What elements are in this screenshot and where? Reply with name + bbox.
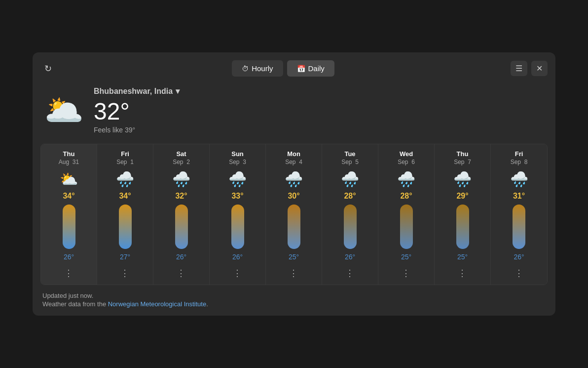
thermometer — [456, 204, 469, 249]
tab-hourly[interactable]: ⏱ Hourly — [232, 60, 283, 77]
day-name: Tue — [344, 150, 355, 158]
day-name: Thu — [457, 150, 469, 158]
temp-high: 30° — [288, 192, 299, 201]
temp-low: 26° — [345, 253, 355, 261]
more-button[interactable]: ⋮ — [64, 268, 74, 279]
more-button[interactable]: ⋮ — [514, 268, 524, 279]
thermometer — [119, 204, 132, 249]
tab-bar: ⏱ Hourly 📅 Daily — [232, 60, 334, 77]
header-left: ↻ — [40, 61, 56, 76]
day-date: Sep 2 — [173, 159, 190, 165]
thermometer — [175, 204, 188, 249]
location-info: Bhubaneshwar, India ▾ 32° Feels like 39° — [94, 86, 180, 134]
weather-icon: 🌧️ — [397, 170, 415, 188]
day-date: Aug 31 — [59, 159, 79, 165]
day-card-2: Sat Sep 2 🌧️ 32° 26° ⋮ — [153, 144, 210, 285]
day-date: Sep 4 — [285, 159, 302, 165]
current-temperature: 32° — [94, 98, 180, 125]
temp-high: 33° — [231, 192, 243, 201]
day-date: Sep 5 — [341, 159, 359, 165]
forecast-grid: Thu Aug 31 ⛅ 34° 26° ⋮ Fri Sep 1 🌧️ 34° … — [40, 144, 548, 285]
day-card-4: Mon Sep 4 🌧️ 30° 25° ⋮ — [266, 144, 322, 285]
day-card-6: Wed Sep 6 🌧️ 28° 25° ⋮ — [378, 144, 435, 285]
temp-high: 28° — [400, 192, 412, 201]
day-date: Sep 1 — [116, 159, 134, 165]
weather-icon: 🌧️ — [116, 170, 134, 188]
temp-low: 26° — [64, 253, 74, 261]
tab-hourly-label: Hourly — [252, 64, 273, 73]
day-name: Fri — [121, 150, 129, 158]
more-button[interactable]: ⋮ — [120, 268, 130, 279]
source-text: Weather data from the Norwegian Meteorol… — [42, 300, 546, 308]
menu-button[interactable]: ☰ — [511, 61, 527, 76]
header: ↻ ⏱ Hourly 📅 Daily ☰ ✕ — [40, 60, 548, 77]
more-button[interactable]: ⋮ — [177, 268, 186, 279]
day-card-1: Fri Sep 1 🌧️ 34° 27° ⋮ — [97, 144, 153, 285]
refresh-button[interactable]: ↻ — [40, 61, 56, 76]
main-weather-icon: 🌥️ — [44, 92, 84, 129]
calendar-icon: 📅 — [297, 65, 305, 73]
day-name: Mon — [287, 150, 300, 158]
app-window: ↻ ⏱ Hourly 📅 Daily ☰ ✕ 🌥️ Bhubaneshwar, … — [33, 52, 555, 316]
tab-daily[interactable]: 📅 Daily — [287, 60, 334, 77]
temp-low: 27° — [120, 253, 130, 261]
dropdown-icon: ▾ — [176, 86, 180, 96]
more-button[interactable]: ⋮ — [458, 268, 467, 279]
thermometer — [400, 204, 413, 249]
weather-icon: 🌧️ — [510, 170, 528, 188]
feels-like: Feels like 39° — [94, 126, 180, 134]
more-button[interactable]: ⋮ — [402, 268, 411, 279]
footer: Updated just now. Weather data from the … — [40, 292, 548, 308]
temp-high: 29° — [456, 192, 468, 201]
temp-low: 25° — [401, 253, 411, 261]
header-right: ☰ ✕ — [511, 61, 548, 76]
thermometer — [344, 204, 357, 249]
clock-icon: ⏱ — [242, 65, 249, 73]
day-name: Sat — [176, 150, 186, 158]
temp-low: 26° — [514, 253, 524, 261]
day-card-8: Fri Sep 8 🌧️ 31° 26° ⋮ — [491, 144, 547, 285]
day-date: Sep 3 — [229, 159, 246, 165]
temp-low: 25° — [289, 253, 299, 261]
day-date: Sep 7 — [454, 159, 471, 165]
temp-low: 26° — [176, 253, 186, 261]
day-card-0: Thu Aug 31 ⛅ 34° 26° ⋮ — [41, 144, 97, 285]
day-name: Sun — [231, 150, 244, 158]
thermometer — [231, 204, 244, 249]
temp-low: 25° — [457, 253, 468, 261]
day-card-7: Thu Sep 7 🌧️ 29° 25° ⋮ — [435, 144, 491, 285]
more-button[interactable]: ⋮ — [345, 268, 355, 279]
day-date: Sep 8 — [511, 159, 528, 165]
updated-text: Updated just now. — [42, 292, 546, 299]
location-name[interactable]: Bhubaneshwar, India ▾ — [94, 86, 180, 96]
location-section: 🌥️ Bhubaneshwar, India ▾ 32° Feels like … — [40, 86, 548, 134]
weather-icon: ⛅ — [60, 170, 78, 188]
day-date: Sep 6 — [398, 159, 415, 165]
day-name: Wed — [400, 150, 413, 158]
temp-high: 34° — [119, 192, 131, 201]
temp-low: 26° — [232, 253, 243, 261]
weather-icon: 🌧️ — [228, 170, 247, 188]
day-name: Fri — [515, 150, 523, 158]
temp-high: 31° — [513, 192, 525, 201]
weather-icon: 🌧️ — [453, 170, 472, 188]
day-card-3: Sun Sep 3 🌧️ 33° 26° ⋮ — [210, 144, 266, 285]
more-button[interactable]: ⋮ — [233, 268, 242, 279]
day-card-5: Tue Sep 5 🌧️ 28° 26° ⋮ — [322, 144, 378, 285]
temp-high: 32° — [175, 192, 187, 201]
close-button[interactable]: ✕ — [531, 61, 548, 76]
source-link[interactable]: Norwegian Meteorological Institute — [108, 300, 206, 308]
tab-daily-label: Daily — [308, 64, 325, 73]
thermometer — [63, 204, 75, 249]
thermometer — [288, 204, 300, 249]
weather-icon: 🌧️ — [341, 170, 359, 188]
temp-high: 28° — [344, 192, 356, 201]
temp-high: 34° — [63, 192, 74, 201]
thermometer — [513, 204, 525, 249]
weather-icon: 🌧️ — [285, 170, 303, 188]
more-button[interactable]: ⋮ — [289, 268, 298, 279]
weather-icon: 🌧️ — [172, 170, 190, 188]
day-name: Thu — [63, 150, 75, 158]
